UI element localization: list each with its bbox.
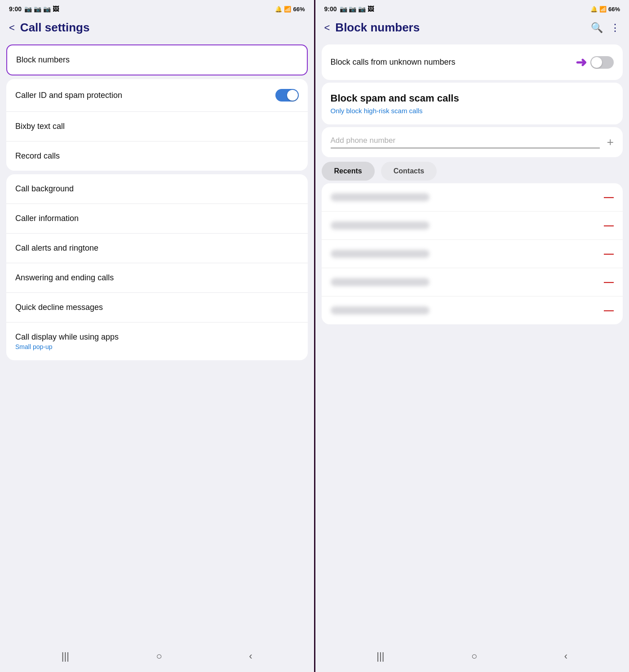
blocked-number-row-2: — <box>322 212 623 240</box>
remove-number-5[interactable]: — <box>604 305 614 316</box>
contacts-filter-button[interactable]: Contacts <box>381 162 437 181</box>
remove-number-3[interactable]: — <box>604 248 614 260</box>
decline-label: Quick decline messages <box>15 303 103 312</box>
remove-number-2[interactable]: — <box>604 220 614 231</box>
blurred-number-2 <box>331 221 430 230</box>
nav-recent-right[interactable]: ||| <box>377 650 384 662</box>
status-right-right: 🔔 📶 66% <box>590 6 620 13</box>
block-unknown-toggle[interactable] <box>590 56 614 69</box>
page-title-right: Block numbers <box>335 21 591 35</box>
alarm-icon-right: 🔔 <box>590 6 598 13</box>
bottom-nav-right: ||| ○ ‹ <box>315 641 629 672</box>
add-number-placeholder[interactable]: Add phone number <box>331 136 396 145</box>
arrow-toggle-container: ➜ <box>576 54 614 70</box>
settings-item-record[interactable]: Record calls <box>6 141 308 171</box>
header-right: < Block numbers 🔍 ⋮ <box>315 16 629 41</box>
header-left: < Call settings <box>0 16 314 41</box>
blocked-number-row-5: — <box>322 296 623 324</box>
right-phone-panel: 9:00 📷 📷 📷 🖼 🔔 📶 66% < Block numbers 🔍 ⋮… <box>315 0 629 672</box>
caller-id-toggle[interactable] <box>275 89 299 102</box>
blocked-number-row-4: — <box>322 268 623 296</box>
alarm-icon: 🔔 <box>275 6 282 13</box>
remove-number-1[interactable]: — <box>604 191 614 203</box>
block-spam-title: Block spam and scam calls <box>331 93 614 104</box>
block-spam-sub: Only block high-risk scam calls <box>331 107 614 115</box>
blocked-numbers-list: — — — — — <box>322 183 623 324</box>
caller-info-label: Caller information <box>15 214 79 223</box>
settings-item-ringtone[interactable]: Call alerts and ringtone <box>6 234 308 263</box>
status-time-left: 9:00 📷 📷 📷 🖼 <box>9 5 59 13</box>
time-left: 9:00 <box>9 5 22 13</box>
back-button-right[interactable]: < <box>324 22 330 34</box>
back-button-left[interactable]: < <box>9 22 15 34</box>
time-right: 9:00 <box>324 5 337 13</box>
settings-card-1: Caller ID and spam protection Bixby text… <box>6 79 308 171</box>
settings-card-2: Call background Caller information Call … <box>6 174 308 360</box>
wifi-icon: 📶 <box>284 6 291 13</box>
toggle-thumb-right <box>591 57 602 68</box>
nav-home-left[interactable]: ○ <box>156 650 162 662</box>
nav-recent-left[interactable]: ||| <box>62 650 69 662</box>
settings-item-callerinfo[interactable]: Caller information <box>6 204 308 234</box>
recents-filter-button[interactable]: Recents <box>322 162 375 181</box>
status-bar-left: 9:00 📷 📷 📷 🖼 🔔 📶 66% <box>0 0 314 16</box>
record-calls-label: Record calls <box>15 151 60 161</box>
purple-arrow-icon: ➜ <box>576 54 587 70</box>
block-numbers-label: Block numbers <box>16 55 70 65</box>
blurred-number-5 <box>331 306 430 314</box>
remove-number-4[interactable]: — <box>604 276 614 288</box>
toggle-thumb <box>287 90 298 101</box>
block-numbers-item[interactable]: Block numbers <box>6 44 308 75</box>
settings-item-calldisplay[interactable]: Call display while using apps Small pop-… <box>6 323 308 360</box>
nav-back-left[interactable]: ‹ <box>249 650 252 662</box>
nav-back-right[interactable]: ‹ <box>564 650 567 662</box>
block-unknown-label: Block calls from unknown numbers <box>331 57 456 67</box>
bixby-label: Bixby text call <box>15 122 65 131</box>
filter-row: Recents Contacts <box>322 162 623 181</box>
call-background-label: Call background <box>15 184 74 194</box>
answering-label: Answering and ending calls <box>15 273 114 283</box>
search-icon[interactable]: 🔍 <box>591 22 603 34</box>
settings-item-bixby[interactable]: Bixby text call <box>6 112 308 141</box>
call-display-label: Call display while using apps <box>15 332 119 342</box>
scroll-content-left: Block numbers Caller ID and spam protect… <box>0 41 314 641</box>
bottom-nav-left: ||| ○ ‹ <box>0 641 314 672</box>
status-icons-right: 📷 📷 📷 🖼 <box>340 5 374 13</box>
wifi-icon-right: 📶 <box>599 6 607 13</box>
blurred-number-3 <box>331 250 430 258</box>
call-display-sub: Small pop-up <box>15 343 119 350</box>
page-title-left: Call settings <box>20 21 305 35</box>
status-right-left: 🔔 📶 66% <box>275 6 305 13</box>
blocked-number-row-3: — <box>322 240 623 268</box>
add-number-row: Add phone number + <box>331 135 614 149</box>
scroll-content-right: Block calls from unknown numbers ➜ Block… <box>315 41 629 641</box>
settings-item-callbg[interactable]: Call background <box>6 174 308 204</box>
blurred-number-1 <box>331 193 430 201</box>
add-number-button[interactable]: + <box>607 135 614 149</box>
add-number-input-wrap: Add phone number <box>331 136 600 148</box>
status-time-right: 9:00 📷 📷 📷 🖼 <box>324 5 374 13</box>
status-icons-left: 📷 📷 📷 🖼 <box>24 5 59 13</box>
left-phone-panel: 9:00 📷 📷 📷 🖼 🔔 📶 66% < Call settings Blo… <box>0 0 314 672</box>
status-bar-right: 9:00 📷 📷 📷 🖼 🔔 📶 66% <box>315 0 629 16</box>
settings-item-answering[interactable]: Answering and ending calls <box>6 263 308 293</box>
settings-item-decline[interactable]: Quick decline messages <box>6 293 308 323</box>
blurred-number-4 <box>331 278 430 286</box>
call-alerts-label: Call alerts and ringtone <box>15 243 98 253</box>
blocked-number-row-1: — <box>322 183 623 212</box>
settings-item-callerid[interactable]: Caller ID and spam protection <box>6 79 308 112</box>
header-icons-right: 🔍 ⋮ <box>591 22 620 34</box>
add-number-card: Add phone number + <box>322 127 623 157</box>
battery-left: 66% <box>293 6 305 13</box>
nav-home-right[interactable]: ○ <box>471 650 477 662</box>
block-unknown-card: Block calls from unknown numbers ➜ <box>322 44 623 80</box>
more-icon[interactable]: ⋮ <box>610 22 620 34</box>
caller-id-label: Caller ID and spam protection <box>15 91 122 100</box>
battery-right: 66% <box>608 6 620 13</box>
block-spam-card[interactable]: Block spam and scam calls Only block hig… <box>322 83 623 124</box>
